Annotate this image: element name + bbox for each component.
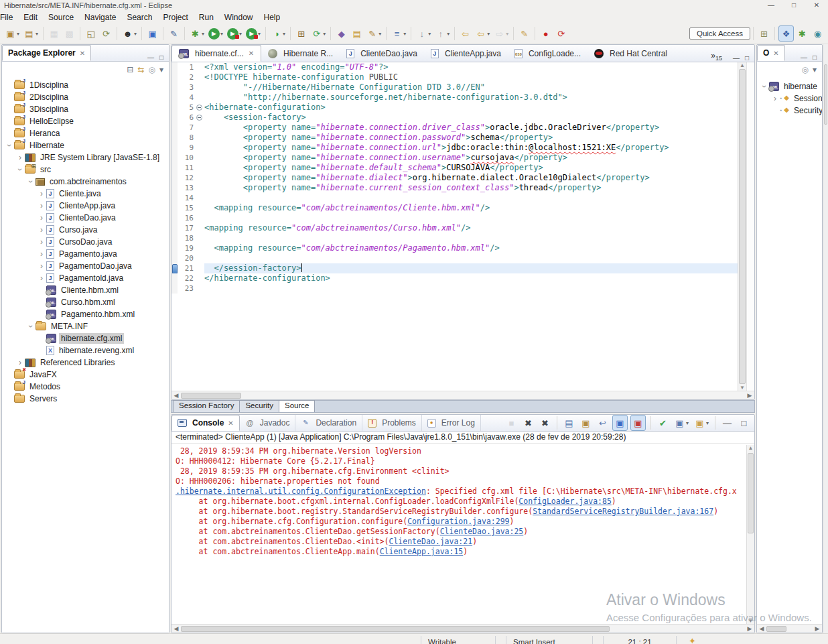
console-hyperlink[interactable]: Configuration.java:299 [407, 517, 509, 526]
show-stderr-icon[interactable]: ▣ [630, 415, 646, 431]
chevron-collapsed-icon[interactable]: › [15, 358, 25, 367]
close-icon[interactable]: ✕ [249, 50, 254, 57]
dropdown-arrow-icon[interactable]: ▾ [283, 31, 285, 37]
editor-tab-clienteapp-java[interactable]: JClienteApp.java [424, 45, 508, 62]
export-jar-icon[interactable]: ◱ [84, 25, 98, 42]
dropdown-arrow-icon[interactable]: ▾ [447, 31, 450, 37]
tree-item[interactable]: 1Disciplina [2, 79, 169, 91]
open-console-icon[interactable]: ▣ [145, 25, 159, 42]
editor-tab-hibernate-cf-[interactable]: XMLhibernate.cf...✕ [171, 45, 261, 62]
console-hyperlink[interactable]: ConfigLoader.java:85 [519, 497, 611, 506]
word-wrap-icon[interactable]: ↩ [596, 415, 610, 431]
tree-item[interactable]: ›JClienteApp.java [2, 200, 169, 212]
tree-item[interactable]: ›JPagamento.java [2, 248, 169, 260]
maximize-icon[interactable]: □ [737, 415, 751, 431]
show-stdout-icon[interactable]: ▣ [612, 415, 628, 431]
open-perspective-icon[interactable]: ⊞ [757, 25, 771, 42]
dropdown-arrow-icon[interactable]: ▾ [706, 420, 709, 426]
tree-item[interactable]: HelloEclipse [2, 115, 169, 127]
update-icon[interactable]: ⟳▾ [309, 25, 327, 42]
tree-item[interactable]: ›JCursoDao.java [2, 236, 169, 248]
chevron-expanded-icon[interactable]: › [5, 141, 14, 150]
prev-annotation-icon[interactable]: ↑▾ [433, 25, 451, 42]
mark-occurrences-icon[interactable]: ✎ [517, 25, 531, 42]
lamp-icon[interactable]: ✦ [689, 636, 696, 644]
tree-item[interactable]: ›com.abctreinamentos [2, 176, 169, 188]
tree-item[interactable]: ›Session [757, 92, 822, 105]
dropdown-arrow-icon[interactable]: ▾ [202, 31, 204, 37]
tree-item[interactable]: Servers [2, 393, 169, 405]
dropdown-arrow-icon[interactable]: ▾ [220, 31, 223, 37]
coverage-icon[interactable]: ◑▾ [269, 25, 287, 42]
close-button[interactable]: ✕ [805, 0, 828, 11]
console-hyperlink[interactable]: StandardServiceRegistryBuilder.java:167 [533, 507, 713, 516]
view-tab-error-log[interactable]: Error Log [422, 415, 481, 431]
menu-file[interactable]: File [0, 11, 18, 23]
minimize-icon[interactable]: — [733, 54, 740, 62]
new-console-icon[interactable]: ▣▾ [693, 415, 710, 431]
console-hyperlink[interactable]: ClienteApp.java:15 [380, 547, 464, 556]
view-menu-icon[interactable]: ▾ [813, 65, 817, 74]
user-account-icon[interactable]: ☻▾ [121, 25, 138, 42]
minimize-icon[interactable]: — [147, 54, 154, 61]
tree-item[interactable]: ›JCurso.java [2, 224, 169, 236]
view-menu-icon[interactable]: ▾ [159, 65, 163, 74]
tree-item[interactable]: ›JClienteDao.java [2, 212, 169, 224]
close-icon[interactable]: ✕ [773, 50, 778, 57]
dropdown-arrow-icon[interactable]: ▾ [487, 31, 490, 37]
menu-run[interactable]: Run [194, 11, 219, 23]
dropdown-arrow-icon[interactable]: ▾ [506, 31, 508, 37]
open-task-icon[interactable]: ◆ [334, 25, 348, 42]
outline-horizontal-scrollbar[interactable]: ◀▶ [757, 624, 822, 633]
dropdown-arrow-icon[interactable]: ▾ [378, 31, 381, 37]
clear-console-icon[interactable]: ▤ [562, 415, 576, 431]
console-hyperlink[interactable]: ClienteDao.java:25 [440, 527, 524, 536]
chevron-collapsed-icon[interactable]: › [37, 189, 46, 198]
sync-icon[interactable]: ⟳ [99, 25, 113, 42]
chevron-collapsed-icon[interactable]: › [37, 261, 46, 271]
search-icon[interactable]: ✎▾ [365, 25, 383, 42]
chevron-expanded-icon[interactable]: › [26, 177, 36, 186]
dropdown-arrow-icon[interactable]: ▾ [686, 420, 689, 426]
outline-vertical-scrollbar[interactable] [823, 44, 828, 633]
remove-launch-icon[interactable]: ✖ [521, 415, 535, 431]
dropdown-arrow-icon[interactable]: ▾ [403, 31, 406, 37]
console-vertical-scrollbar[interactable]: ▲ ▼ [746, 445, 754, 624]
tree-item[interactable]: XMLCurso.hbm.xml [2, 296, 169, 308]
maximize-icon[interactable]: □ [745, 54, 749, 62]
editor-horizontal-scrollbar[interactable]: ◀▶ [171, 391, 754, 399]
tree-item[interactable]: ›JRE System Library [JavaSE-1.8] [2, 151, 169, 164]
next-annotation-icon[interactable]: ↓▾ [415, 25, 432, 42]
tree-item[interactable]: ›JPagamentoDao.java [2, 260, 169, 272]
scroll-lock-icon[interactable]: ▣ [579, 415, 593, 431]
menu-navigate[interactable]: Navigate [79, 11, 121, 23]
page-tab-session-factory[interactable]: Session Factory [173, 400, 240, 412]
minimize-icon[interactable]: — [801, 54, 807, 61]
dropdown-arrow-icon[interactable]: ▾ [17, 31, 19, 37]
tree-item[interactable]: XMLhibernate.cfg.xml [2, 332, 169, 344]
fold-collapse-icon[interactable] [196, 115, 202, 121]
chevron-collapsed-icon[interactable]: › [37, 273, 46, 283]
chevron-collapsed-icon[interactable]: › [37, 225, 46, 235]
tree-item[interactable]: Security [757, 105, 822, 117]
fold-collapse-icon[interactable] [196, 105, 202, 111]
view-tab-console[interactable]: Console✕ [171, 415, 240, 431]
tree-item[interactable]: ›JPagamentold.java [2, 272, 169, 284]
new-wizard-icon[interactable]: ▣▾ [3, 25, 21, 42]
debug-perspective-icon[interactable]: ✱ [795, 25, 809, 42]
chevron-collapsed-icon[interactable]: › [37, 213, 46, 222]
open-folder-icon[interactable]: ▤ [350, 25, 364, 42]
link-with-editor-icon[interactable]: ⇆ [137, 65, 144, 74]
tree-item[interactable]: XMLCliente.hbm.xml [2, 284, 169, 296]
chevron-collapsed-icon[interactable]: › [37, 249, 46, 259]
new-package-icon[interactable]: ⊞ [294, 25, 308, 42]
tree-item[interactable]: ›XMLhibernate [757, 80, 822, 92]
dropdown-arrow-icon[interactable]: ▾ [239, 31, 242, 37]
console-horizontal-scrollbar[interactable]: ◀▶ [171, 624, 754, 633]
tree-item[interactable]: Heranca [2, 127, 169, 139]
view-tab-problems[interactable]: Problems [362, 415, 422, 431]
chevron-collapsed-icon[interactable]: › [37, 201, 46, 210]
editor-vertical-scrollbar[interactable]: ▲ ▼ [738, 62, 746, 391]
focus-task-icon[interactable]: ◎ [148, 65, 155, 74]
menu-window[interactable]: Window [219, 11, 259, 23]
